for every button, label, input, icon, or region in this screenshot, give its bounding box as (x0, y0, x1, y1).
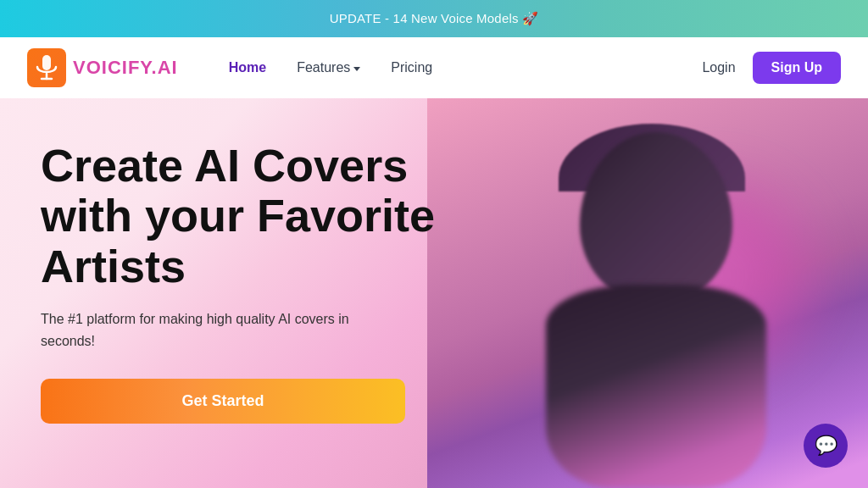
hero-section: Create AI Covers with your Favorite Arti… (0, 98, 868, 488)
signup-button[interactable]: Sign Up (753, 52, 841, 84)
logo-text: VOICIFY.AI (73, 57, 178, 79)
announcement-text: UPDATE - 14 New Voice Models 🚀 (330, 11, 538, 26)
nav-links: Home Features Pricing (229, 60, 433, 75)
features-chevron-icon (353, 67, 360, 71)
hero-background-figure (427, 98, 868, 488)
svg-rect-1 (42, 55, 51, 70)
navbar: VOICIFY.AI Home Features Pricing Login S… (0, 37, 868, 98)
get-started-button[interactable]: Get Started (41, 379, 405, 424)
chat-widget[interactable]: 💬 (804, 424, 848, 468)
chat-icon: 💬 (815, 435, 837, 457)
hero-title: Create AI Covers with your Favorite Arti… (41, 141, 481, 291)
body-shape (546, 285, 766, 488)
nav-features[interactable]: Features (297, 60, 360, 75)
announcement-bar: UPDATE - 14 New Voice Models 🚀 (0, 0, 868, 37)
nav-pricing[interactable]: Pricing (391, 60, 432, 75)
login-button[interactable]: Login (702, 60, 735, 75)
logo-icon (27, 48, 66, 87)
nav-home[interactable]: Home (229, 60, 266, 75)
hero-content: Create AI Covers with your Favorite Arti… (41, 141, 481, 424)
artist-silhouette (512, 115, 800, 488)
hero-subtitle: The #1 platform for making high quality … (41, 308, 397, 352)
logo[interactable]: VOICIFY.AI (27, 48, 178, 87)
nav-right: Login Sign Up (702, 52, 841, 84)
